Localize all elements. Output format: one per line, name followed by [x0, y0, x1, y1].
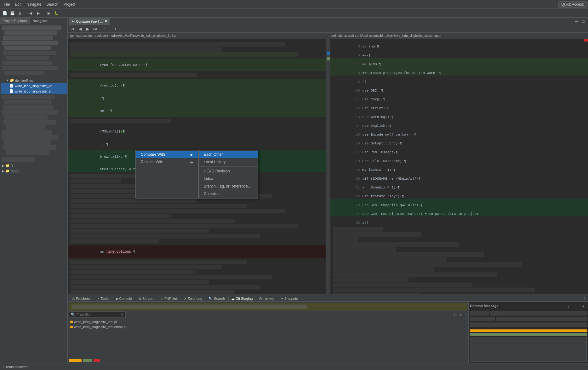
commit-actions: ↓ ↑ +	[565, 303, 587, 310]
tree-item-dw-kmlfiles[interactable]: ▼ 📁 dw_kmlfiles	[1, 78, 67, 83]
tree-label-dw-kmlfiles: dw_kmlfiles	[15, 79, 33, 82]
bottom-tab-snippets[interactable]: ✂ Snippets	[278, 296, 301, 301]
panel-maximize-btn[interactable]: □	[580, 294, 587, 301]
filter-bar: 🔍 ✕	[69, 311, 126, 318]
status-text: 2 items selected	[3, 365, 27, 369]
sidebar-content: ▼ 📁 dw_kmlfiles 📄 write_icdp_singlesite_…	[0, 24, 67, 363]
unstage-selected-btn[interactable]: −	[463, 311, 467, 318]
submenu-local-history[interactable]: Local History...	[199, 158, 258, 166]
left-file-header: perl-icdp-scratch-trunk/perl-module/bi..…	[68, 33, 328, 39]
bottom-tab-console[interactable]: ▶ Console	[113, 296, 135, 301]
bottom-tab-history[interactable]: ⏱ History	[256, 296, 277, 301]
menu-edit[interactable]: Edit	[12, 1, 24, 8]
filter-search-icon: 🔍	[71, 312, 75, 317]
filter-clear-icon[interactable]: ✕	[121, 312, 124, 317]
bottom-tab-problems[interactable]: ⚠ Problems	[69, 296, 94, 301]
diff-orange-bar	[69, 359, 82, 362]
editor-tab-compare[interactable]: ⇔ Compare ('perl-... ✕	[69, 18, 110, 25]
menu-navigate[interactable]: Navigate	[24, 1, 44, 8]
bottom-tab-servers[interactable]: ⚙ Servers	[135, 296, 157, 301]
editor-tabs: ⇔ Compare ('perl-... ✕ ─ □	[68, 18, 588, 25]
submenu-commit[interactable]: Commit...	[199, 190, 258, 198]
context-menu-container: Compare With ▶ Replace With ▶ Each Other…	[135, 150, 258, 199]
file-status-dot-1	[70, 321, 73, 323]
toolbar-back-btn[interactable]: ◀	[27, 10, 34, 17]
bottom-tab-search[interactable]: 🔍 Search	[206, 296, 228, 301]
toolbar: 📄 💾 🖨 ◀ ▶ ▶ 🐛	[0, 9, 588, 18]
minimize-editor-btn[interactable]: ─	[573, 18, 580, 25]
toolbar-run-btn[interactable]: ▶	[45, 10, 52, 17]
panel-minimize-btn[interactable]: ─	[572, 294, 579, 301]
folder-tarlog-icon: 📁	[5, 169, 10, 173]
tasks-icon: ✓	[97, 297, 101, 300]
sidebar-tab-project-explorer[interactable]: Project Explorer	[0, 18, 30, 24]
ctx-replace-with-arrow: ▶	[191, 160, 193, 164]
file-row-2[interactable]: write_icdp_singlesite_staticmap.pl	[69, 324, 467, 329]
bottom-tab-tasks[interactable]: ✓ Tasks	[94, 296, 112, 301]
commit-row-3	[470, 322, 587, 327]
ctx-compare-with[interactable]: Compare With ▶	[136, 151, 198, 158]
commit-diff-bars	[470, 329, 587, 332]
menu-file[interactable]: File	[1, 1, 12, 8]
quick-access-input[interactable]: Quick Access	[558, 1, 587, 8]
diff-marker-red	[584, 39, 588, 42]
stage-all-btn[interactable]: ++	[452, 311, 459, 318]
submenu-head-revision[interactable]: HEAD Revision	[199, 167, 258, 175]
ctx-replace-with[interactable]: Replace With ▶	[136, 158, 198, 166]
commit-message-label: Commit Message	[470, 304, 498, 308]
toolbar-debug-btn[interactable]: 🐛	[53, 10, 60, 17]
menu-search[interactable]: Search	[44, 1, 61, 8]
close-tab-icon[interactable]: ✕	[105, 19, 107, 23]
commit-btn-3[interactable]: +	[580, 303, 587, 310]
commit-message-input[interactable]	[470, 337, 587, 362]
commit-area: Commit Message ↓ ↑ +	[468, 302, 588, 363]
copy-right-btn[interactable]: ⟶	[110, 25, 117, 32]
compare-last-btn[interactable]: ⏭	[92, 25, 99, 32]
file-icon: 📄	[9, 84, 14, 88]
sidebar-tab-navigator[interactable]: Navigator	[30, 18, 50, 24]
toolbar-print-btn[interactable]: 🖨	[16, 10, 23, 17]
bottom-content: 🔍 ✕ ++ + − write_icdp_singlesite_	[68, 302, 588, 363]
submenu: Each Other Local History... HEAD Revisio…	[198, 150, 258, 199]
file-icon-2: 📄	[9, 89, 14, 93]
submenu-index[interactable]: Index	[199, 175, 258, 182]
commit-orange-bar	[470, 329, 587, 332]
compare-first-btn[interactable]: ⏮	[69, 25, 76, 32]
stage-selected-btn[interactable]: +	[458, 311, 463, 318]
compare-next-btn[interactable]: ▶	[84, 25, 91, 32]
ctx-compare-with-arrow: ▶	[191, 153, 193, 156]
right-pane[interactable]: 5## knb·¶ 6##·¶ 7## $Id$·¶ 8## create pr…	[330, 39, 588, 294]
bottom-tab-git-staging[interactable]: ☁ Git Staging	[228, 296, 255, 301]
tree-item-tarlog[interactable]: ▶ 📁 tarlog	[1, 168, 67, 174]
tree-item-kml-file[interactable]: 📄 write_icdp_singlesite_kn...	[1, 83, 67, 88]
bottom-tab-errorlog[interactable]: ✕ Error Log	[181, 296, 205, 301]
search-icon: 🔍	[208, 297, 214, 300]
maximize-editor-btn[interactable]: □	[580, 18, 587, 25]
file-row-1[interactable]: write_icdp_singlesite_kml.pl	[69, 319, 467, 324]
commit-row-1	[470, 311, 587, 316]
servers-icon: ⚙	[138, 297, 142, 300]
snippets-icon: ✂	[281, 297, 284, 300]
file-list: write_icdp_singlesite_kml.pl write_icdp_…	[69, 319, 467, 358]
toolbar-left: 📄 💾 🖨 ◀ ▶ ▶ 🐛	[1, 10, 60, 17]
tree-label-kml: write_icdp_singlesite_kn...	[15, 84, 55, 88]
compare-prev-btn[interactable]: ◀	[77, 25, 83, 32]
submenu-branch-tag[interactable]: Branch, Tag, or Reference...	[199, 182, 258, 190]
diff-color-bar	[69, 359, 467, 362]
diff-green-bar	[83, 359, 92, 362]
compare-icon: ⇔	[72, 19, 75, 23]
bottom-tab-phpunit[interactable]: ✓ PHPUnit	[158, 296, 180, 301]
tree-item-R[interactable]: ▶ 📁 R	[1, 163, 67, 168]
menu-project[interactable]: Project	[61, 1, 77, 8]
toolbar-save-btn[interactable]: 💾	[9, 10, 16, 17]
copy-left-btn[interactable]: ⟵	[102, 25, 109, 32]
tree-item-staticmap-file[interactable]: 📄 write_icdp_singlesite_st...	[1, 88, 67, 94]
filter-files-input[interactable]	[77, 313, 121, 317]
commit-btn-1[interactable]: ↓	[565, 303, 572, 310]
file-name-1: write_icdp_singlesite_kml.pl	[74, 320, 117, 324]
toolbar-fwd-btn[interactable]: ▶	[35, 10, 42, 17]
submenu-each-other[interactable]: Each Other	[199, 151, 258, 158]
commit-btn-2[interactable]: ↑	[572, 303, 579, 310]
toolbar-new-btn[interactable]: 📄	[1, 10, 8, 17]
folder-icon: 📁	[10, 78, 14, 82]
